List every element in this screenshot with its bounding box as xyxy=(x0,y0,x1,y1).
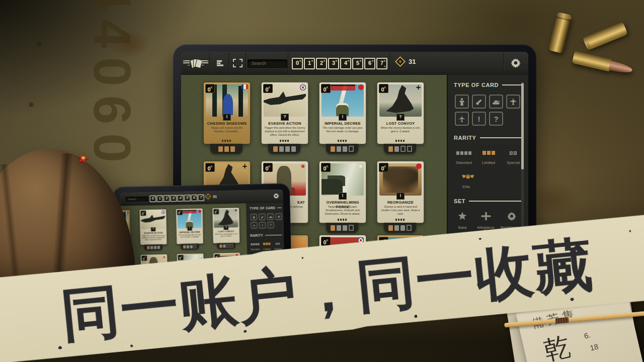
rarity-limited[interactable]: Limited xyxy=(262,241,271,251)
cost-filter-5[interactable]: 5K xyxy=(184,195,191,201)
order-type-icon: ! xyxy=(223,114,231,121)
owned-square xyxy=(230,244,233,247)
cost-filter-1[interactable]: 1K xyxy=(304,58,315,69)
fighter-icon[interactable] xyxy=(251,222,257,229)
settings-gear-icon[interactable] xyxy=(270,190,283,203)
us-star-icon xyxy=(199,255,202,258)
card-lost-convoy[interactable]: 0K ? LOST CONVOY When the enemy deploys … xyxy=(377,82,424,144)
card-text: When the enemy deploys a unit, give it -… xyxy=(380,126,421,133)
owned-indicator xyxy=(384,144,416,154)
artillery-icon[interactable] xyxy=(472,95,486,109)
card-evasive-action[interactable]: 0K ? EVASIVE ACTION Trigger this card wh… xyxy=(139,209,167,245)
card-text: The next damage order you give this turn… xyxy=(178,233,202,238)
owned-square xyxy=(291,146,296,152)
paper-number: 18 xyxy=(589,342,599,352)
search-input[interactable]: Search xyxy=(126,197,148,202)
cost-filter-0[interactable]: 0K xyxy=(149,196,156,202)
rarity-standard[interactable]: Standard xyxy=(251,241,260,251)
set-base[interactable]: Base xyxy=(454,211,471,230)
owned-square xyxy=(150,246,153,249)
owned-square xyxy=(147,246,149,249)
owned-square xyxy=(400,225,405,231)
rarity-standard[interactable]: Standard xyxy=(454,148,474,165)
owned-indicator xyxy=(210,144,243,154)
fighter-icon[interactable] xyxy=(455,112,469,126)
cost-filter-2[interactable]: 2K xyxy=(316,58,327,69)
bomber-icon[interactable] xyxy=(275,213,282,220)
cost-filter-3[interactable]: 3K xyxy=(328,58,339,69)
order-type-icon: ! xyxy=(339,193,347,200)
cost-filter-2[interactable]: 2K xyxy=(164,195,170,202)
owned-square xyxy=(279,146,284,152)
order-type-icon: ! xyxy=(396,193,405,200)
owned-square xyxy=(226,244,229,247)
rarity-limited[interactable]: Limited xyxy=(478,148,499,165)
countermeasure-type-icon: ? xyxy=(281,114,289,121)
card-text: The next damage order you give this turn… xyxy=(322,126,363,133)
cost-filter-6[interactable]: 6K xyxy=(191,195,198,201)
countermeasure-icon[interactable]: ? xyxy=(267,222,274,228)
card-footer xyxy=(222,140,232,142)
cost-filter-4[interactable]: 4K xyxy=(340,58,351,69)
type-icon-grid: !? xyxy=(251,213,284,229)
tank-icon[interactable] xyxy=(267,213,274,220)
card-imperial-decree[interactable]: 0K ! IMPERIAL DECREE The next damage ord… xyxy=(176,208,203,244)
owned-square xyxy=(223,244,225,247)
bullet-casing xyxy=(583,22,628,50)
bullet xyxy=(572,51,634,76)
owned-square xyxy=(273,146,278,152)
card-title: IMPERIAL DECREE xyxy=(320,121,365,126)
search-input[interactable]: Search xyxy=(248,59,287,68)
type-of-card-header: TYPE OF CARD xyxy=(454,82,523,88)
card-text: Target unit loses Guard, Smokescreen, Am… xyxy=(322,205,363,216)
cost-filter-1[interactable]: 1K xyxy=(156,195,163,202)
cost-filter-7[interactable]: 7K+ xyxy=(376,58,387,69)
countermeasure-icon[interactable]: ? xyxy=(489,112,503,126)
card-lost-convoy[interactable]: 0K ? LOST CONVOY When the enemy deploys … xyxy=(212,208,240,244)
rarity-options: StandardLimitedSpecial xyxy=(251,241,282,251)
owned-indicator xyxy=(217,243,235,249)
rarity-special[interactable]: Special xyxy=(503,148,523,165)
order-icon[interactable]: ! xyxy=(472,112,486,126)
owned-square xyxy=(224,146,229,152)
card-evasive-action[interactable]: 0K ? EVASIVE ACTION Trigger this card wh… xyxy=(261,82,308,144)
card-chasing-shadows[interactable]: 0K ! CHASING SHADOWS Target unit moves i… xyxy=(203,82,251,144)
settings-gear-icon[interactable] xyxy=(504,52,527,74)
owned-square xyxy=(343,225,347,231)
cost-filter-0[interactable]: 0K xyxy=(292,58,303,69)
promo-scene: 44060 Search 0K1K2K3K4K5K6K7K xyxy=(0,0,644,362)
raf-roundel-icon xyxy=(300,84,306,90)
artillery-icon[interactable] xyxy=(259,214,265,220)
cost-filter-6[interactable]: 6K xyxy=(364,58,375,69)
order-icon[interactable]: ! xyxy=(259,222,266,228)
card-overwhelming-force[interactable]: 0K ! OVERWHELMING FORCE Target unit lose… xyxy=(319,161,366,223)
cost-filter-4[interactable]: 4K xyxy=(177,195,184,202)
selection-marquee-icon[interactable] xyxy=(229,52,246,74)
deck-stack-icon[interactable] xyxy=(211,52,228,74)
card-footer xyxy=(395,140,406,142)
infantry-icon[interactable] xyxy=(455,95,469,109)
order-type-icon: ! xyxy=(187,227,192,231)
owned-square xyxy=(394,225,399,231)
bomber-icon[interactable] xyxy=(506,95,520,109)
top-toolbar: Search 0K1K2K3K4K5K6K7K+ 31 xyxy=(181,52,528,76)
owned-square xyxy=(331,146,335,152)
rarity-options: StandardLimitedSpecial xyxy=(454,148,523,165)
cost-filter-7[interactable]: 7K+ xyxy=(198,195,204,201)
infantry-icon[interactable] xyxy=(251,214,257,220)
plus-marking-icon xyxy=(242,163,248,170)
rarity-special[interactable]: Special xyxy=(274,241,282,251)
kards-logo-icon[interactable] xyxy=(182,52,209,74)
cost-filter-5[interactable]: 5K xyxy=(352,58,363,69)
cost-badge: 0K xyxy=(321,237,331,246)
card-imperial-decree[interactable]: 0K ! IMPERIAL DECREE The next damage ord… xyxy=(319,82,366,144)
rarity-elite[interactable]: Elite xyxy=(454,173,523,189)
owned-square xyxy=(388,225,393,231)
cost-filter-3[interactable]: 3K xyxy=(171,195,177,202)
set-allegiance[interactable]: Allegiance xyxy=(477,211,495,230)
owned-square xyxy=(154,246,156,249)
card-footer xyxy=(395,219,406,221)
card-reorganize[interactable]: 0K ! REORGANIZE Choose a card in hand an… xyxy=(377,161,424,223)
tank-icon[interactable] xyxy=(489,95,503,109)
paper-number: 6. xyxy=(583,330,591,340)
